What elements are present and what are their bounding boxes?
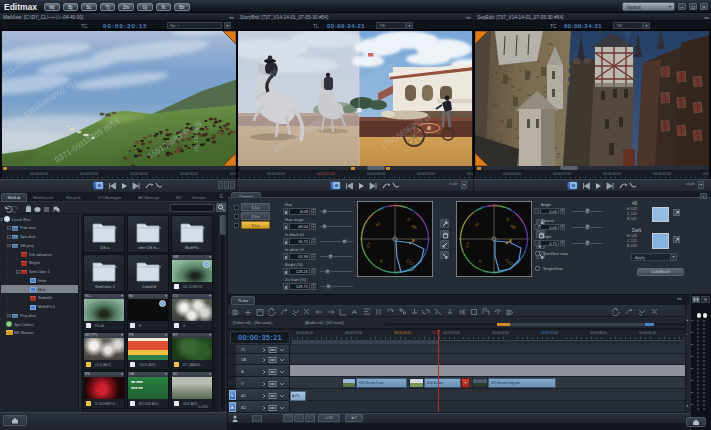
- svg-text:|§| 15-88: |§| 15-88: [193, 127, 199, 151]
- svg-text:A: A: [412, 238, 415, 243]
- svg-text:A: A: [509, 238, 512, 243]
